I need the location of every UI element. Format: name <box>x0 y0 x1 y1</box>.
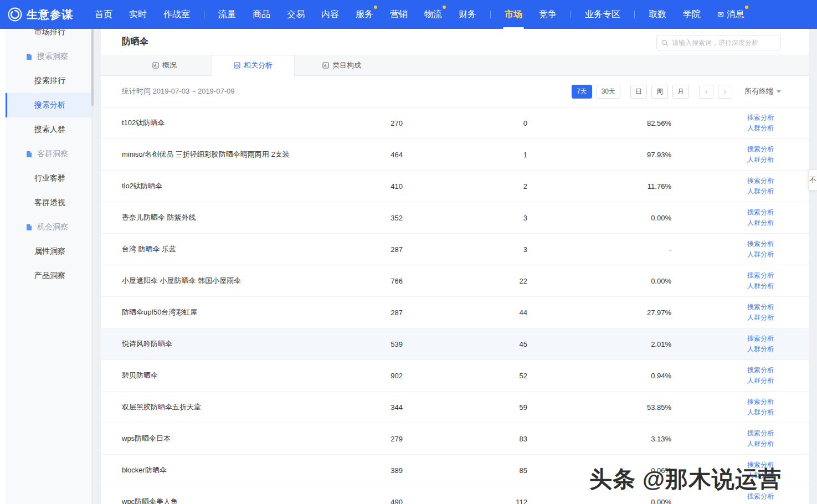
sidebar-item[interactable]: 搜索排行 <box>6 69 94 93</box>
range-button-label: 30天 <box>602 87 615 96</box>
percent-cell: 27.97% <box>527 308 671 317</box>
search-icon <box>661 39 669 47</box>
chevron-right-icon: › <box>724 87 727 96</box>
terminal-filter-label: 所有终端 <box>744 86 773 96</box>
sidebar-item[interactable]: 客群透视 <box>6 191 94 215</box>
rank-cell: 83 <box>403 435 527 443</box>
topnav-item[interactable]: 内容 <box>313 0 347 29</box>
keyword-cell: 双层黑胶防晒伞五折天堂 <box>101 402 333 412</box>
sidebar-item[interactable]: 行业客群 <box>6 166 94 191</box>
sidebar-item[interactable]: 市场排行 <box>6 29 94 44</box>
crowd-analysis-link[interactable]: 人群分析 <box>671 376 774 386</box>
brand-logo[interactable]: 生意参谋 <box>8 7 73 22</box>
table-row[interactable]: wps防晒伞日本 279 83 3.13% 搜索分析 人群分析 <box>101 423 809 455</box>
sidebar-item[interactable]: 搜索洞察 <box>6 44 94 69</box>
document-icon <box>25 224 33 231</box>
crowd-analysis-link[interactable]: 人群分析 <box>671 123 774 133</box>
percent-cell: 2.01% <box>527 340 671 348</box>
topnav-item-label: 学院 <box>683 9 701 20</box>
crowd-analysis-link[interactable]: 人群分析 <box>671 186 774 197</box>
topnav-item-label: 业务专区 <box>585 9 620 20</box>
topnav-item[interactable]: 首页 <box>86 0 121 29</box>
search-analysis-link[interactable]: 搜索分析 <box>671 207 774 218</box>
table-row[interactable]: tio2钛防晒伞 410 2 11.76% 搜索分析 人群分析 <box>101 171 809 202</box>
topnav-item[interactable]: 流量 <box>210 0 244 29</box>
topnav-item[interactable]: 业务专区 <box>577 0 629 29</box>
topnav-item[interactable]: 营销 <box>382 0 416 29</box>
topnav-item[interactable]: 服务 <box>347 0 382 29</box>
sidebar-scrollbar-thumb[interactable] <box>91 29 94 106</box>
crowd-analysis-link[interactable]: 人群分析 <box>671 344 774 354</box>
topnav-item[interactable]: 交易 <box>279 0 313 29</box>
topnav-item[interactable]: 竞争 <box>531 0 565 29</box>
collapsed-side-panel-tab[interactable]: 不 <box>808 169 817 191</box>
table-row[interactable]: 悦诗风吟防晒伞 539 45 2.01% 搜索分析 人群分析 <box>101 328 809 360</box>
topnav-item[interactable]: ✉ 消息 <box>709 0 753 29</box>
range-unit-button[interactable]: 日 <box>630 85 647 99</box>
sidebar-item[interactable]: 搜索人群 <box>6 117 94 142</box>
chart-card-icon <box>152 62 159 69</box>
search-analysis-link[interactable]: 搜索分析 <box>671 112 774 123</box>
next-arrow-button[interactable]: › <box>718 85 732 99</box>
rank-cell: 52 <box>403 372 527 380</box>
search-input[interactable] <box>672 39 776 47</box>
rank-cell: 85 <box>403 466 527 475</box>
topnav-item-label: 首页 <box>95 9 112 20</box>
app-window: 生意参谋 首页 实时 作战室 <box>0 0 817 504</box>
search-analysis-link[interactable]: 搜索分析 <box>671 302 774 312</box>
crowd-analysis-link[interactable]: 人群分析 <box>671 218 774 228</box>
terminal-filter-dropdown[interactable]: 所有终端 <box>744 86 781 96</box>
topnav-item[interactable]: 学院 <box>675 0 709 29</box>
crowd-analysis-link[interactable]: 人群分析 <box>671 155 774 165</box>
tab[interactable]: 相关分析 <box>212 55 295 76</box>
range-unit-button[interactable]: 月 <box>672 85 689 99</box>
topnav-item[interactable]: 财务 <box>450 0 485 29</box>
table-row[interactable]: miniso/名创优品 三折轻细彩胶防晒伞晴雨两用 2支装 464 1 97.9… <box>101 139 809 171</box>
search-analysis-link[interactable]: 搜索分析 <box>671 397 774 407</box>
sidebar-item[interactable]: 客群洞察 <box>6 142 94 166</box>
crowd-analysis-link[interactable]: 人群分析 <box>671 312 774 323</box>
topnav-item[interactable]: 实时 <box>121 0 155 29</box>
range-unit-button[interactable]: 周 <box>651 85 668 99</box>
search-analysis-link[interactable]: 搜索分析 <box>671 428 774 439</box>
table-row[interactable]: 双层黑胶防晒伞五折天堂 344 59 53.85% 搜索分析 人群分析 <box>101 392 809 423</box>
table-row[interactable]: 碧贝防晒伞 902 52 0.94% 搜索分析 人群分析 <box>101 360 809 392</box>
search-analysis-link[interactable]: 搜索分析 <box>671 333 774 344</box>
sidebar-item[interactable]: 搜索分析 <box>6 93 94 117</box>
topnav-item[interactable]: 作战室 <box>155 0 198 29</box>
prev-arrow-button[interactable]: ‹ <box>699 85 713 99</box>
crowd-analysis-link[interactable]: 人群分析 <box>671 249 774 260</box>
table-row[interactable]: 台湾 防晒伞 乐蓝 287 3 - 搜索分析 人群分析 <box>101 234 809 265</box>
tab[interactable]: 概况 <box>123 55 206 76</box>
crowd-analysis-link[interactable]: 人群分析 <box>671 439 774 449</box>
crowd-analysis-link[interactable]: 人群分析 <box>671 281 774 291</box>
range-button[interactable]: 30天 <box>597 85 620 99</box>
table-row[interactable]: 香奈儿防晒伞 防紫外线 352 3 0.00% 搜索分析 人群分析 <box>101 202 809 234</box>
row-actions: 搜索分析 人群分析 <box>671 365 809 386</box>
table-row[interactable]: 小屋遮阳伞 小屋防晒伞 韩国小屋雨伞 766 22 0.00% 搜索分析 人群分… <box>101 265 809 297</box>
nav-group-market: 市场 竞争 <box>496 0 565 29</box>
topnav-item[interactable]: 物流 <box>416 0 450 29</box>
crowd-analysis-link[interactable]: 人群分析 <box>671 502 774 504</box>
table-row[interactable]: 防晒伞upf50台湾彩虹屋 287 44 27.97% 搜索分析 人群分析 <box>101 297 809 328</box>
topnav-item[interactable]: 市场 <box>496 0 531 29</box>
sidebar-item[interactable]: 机会洞察 <box>6 215 94 239</box>
mail-icon: ✉ <box>717 10 724 19</box>
search-analysis-link[interactable]: 搜索分析 <box>671 365 774 376</box>
search-volume-cell: 287 <box>333 245 403 254</box>
search-analysis-link[interactable]: 搜索分析 <box>671 239 774 249</box>
topnav-item-label: 竞争 <box>539 9 557 20</box>
range-button[interactable]: 7天 <box>572 85 592 99</box>
topnav-item[interactable]: 商品 <box>244 0 279 29</box>
search-analysis-link[interactable]: 搜索分析 <box>671 176 774 186</box>
topnav-item[interactable]: 取数 <box>640 0 675 29</box>
search-analysis-link[interactable]: 搜索分析 <box>671 270 774 281</box>
percent-cell: 3.13% <box>527 435 671 443</box>
sidebar-item[interactable]: 属性洞察 <box>6 239 94 264</box>
tab[interactable]: 类目构成 <box>300 55 383 76</box>
stats-row: 统计时间 2019-07-03 ~ 2019-07-09 7天 30天 日 周 <box>101 76 809 107</box>
table-row[interactable]: t102钛防晒伞 270 0 82.56% 搜索分析 人群分析 <box>101 107 809 139</box>
crowd-analysis-link[interactable]: 人群分析 <box>671 407 774 418</box>
sidebar-item[interactable]: 产品洞察 <box>6 264 94 288</box>
search-analysis-link[interactable]: 搜索分析 <box>671 144 774 155</box>
